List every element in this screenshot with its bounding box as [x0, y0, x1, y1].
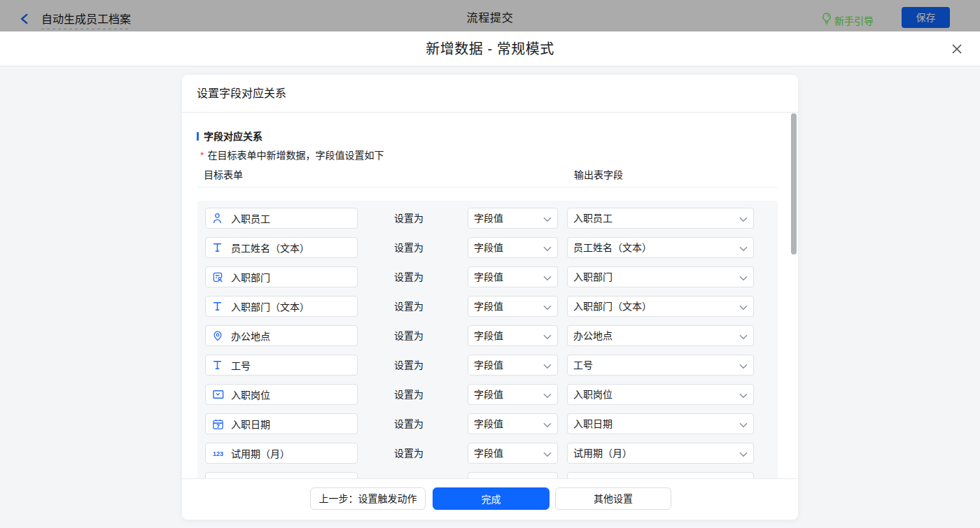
svg-text:123: 123	[213, 450, 223, 457]
